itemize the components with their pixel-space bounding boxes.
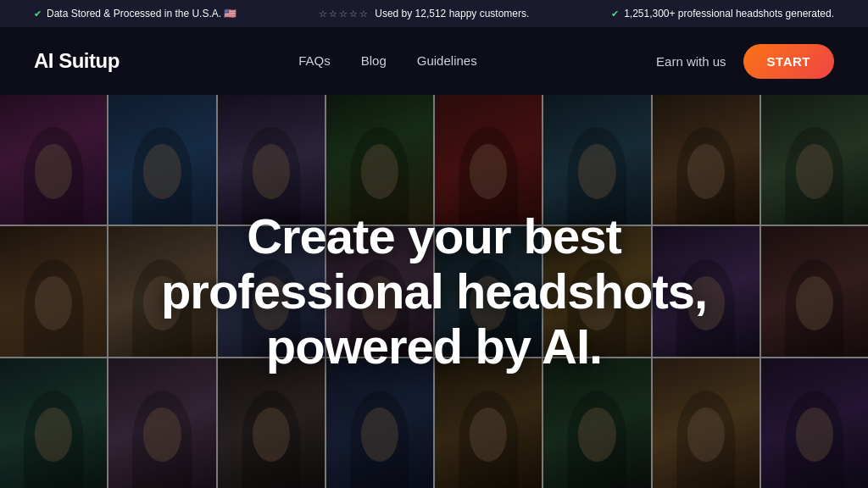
banner-text-1: Data Stored & Processed in the U.S.A. 🇺🇸 [47,8,236,19]
nav-link-guidelines[interactable]: Guidelines [417,53,477,68]
check-icon-2: ✔ [611,8,619,19]
banner-text-2: Used by 12,512 happy customers. [375,8,529,19]
hero-headline: Create your best professional headshots,… [116,209,752,374]
navbar: AI Suitup FAQs Blog Guidelines Earn with… [0,27,868,95]
star-icons: ☆☆☆☆☆ [319,8,370,19]
nav-link-blog[interactable]: Blog [361,53,387,68]
nav-right: Earn with us START [656,44,834,79]
banner-item-customers: ☆☆☆☆☆ Used by 12,512 happy customers. [319,8,529,19]
top-banner: ✔ Data Stored & Processed in the U.S.A. … [0,0,868,27]
nav-item-faqs[interactable]: FAQs [298,53,331,69]
banner-text-3: 1,251,300+ professional headshots genera… [624,8,834,19]
logo[interactable]: AI Suitup [34,49,120,73]
nav-item-blog[interactable]: Blog [361,53,387,69]
hero-section: Create your best professional headshots,… [0,95,868,488]
banner-item-headshots: ✔ 1,251,300+ professional headshots gene… [611,8,834,19]
earn-with-us-link[interactable]: Earn with us [656,54,726,69]
hero-text: Create your best professional headshots,… [116,209,752,374]
nav-item-guidelines[interactable]: Guidelines [417,53,477,69]
start-button[interactable]: START [743,44,834,79]
nav-link-faqs[interactable]: FAQs [298,53,331,68]
logo-suitup: Suitup [58,49,120,72]
nav-links: FAQs Blog Guidelines [298,53,476,69]
banner-item-data: ✔ Data Stored & Processed in the U.S.A. … [34,8,236,19]
check-icon-1: ✔ [34,8,42,19]
logo-ai: AI [34,49,58,72]
